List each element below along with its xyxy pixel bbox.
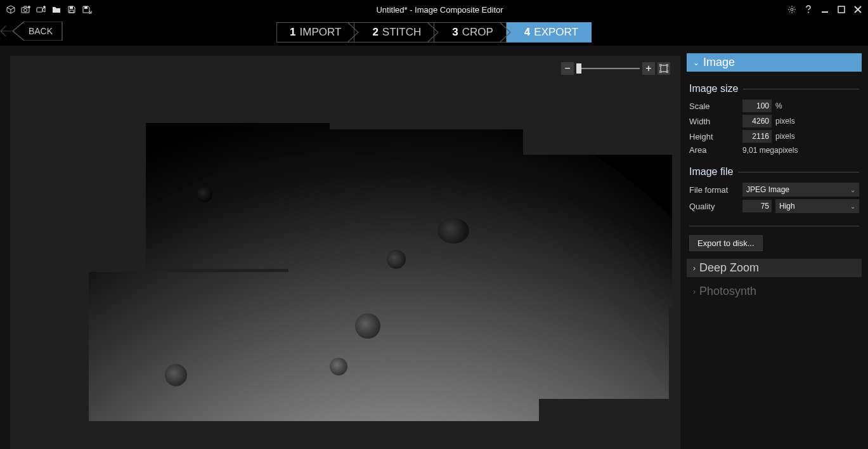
label-height: Height (689, 132, 739, 141)
scale-input[interactable] (742, 100, 772, 112)
quick-access-toolbar (5, 4, 93, 15)
label-quality: Quality (689, 202, 739, 211)
accordion-title: Photosynth (699, 285, 756, 298)
chevron-down-icon: ⌄ (693, 58, 699, 67)
step-label: EXPORT (534, 26, 578, 39)
minimize-icon[interactable] (820, 4, 830, 15)
accordion-image: ⌄ Image Image size Scale % Width pixels … (687, 53, 862, 254)
format-select[interactable]: JPEG Image ⌄ (742, 183, 859, 197)
quality-input[interactable] (742, 200, 772, 212)
chevron-down-icon: ⌄ (850, 203, 855, 210)
row-format: File format JPEG Image ⌄ (689, 183, 859, 197)
step-number: 4 (524, 26, 530, 39)
row-width: Width pixels (689, 115, 859, 127)
save-icon[interactable] (66, 4, 77, 15)
svg-text:BACK: BACK (29, 26, 53, 36)
area-value: 9,01 megapixels (742, 146, 798, 155)
cube-icon[interactable] (5, 4, 16, 15)
folder-icon[interactable] (51, 4, 62, 15)
label-area: Area (689, 145, 739, 155)
accordion-photosynth: › Photosynth (687, 282, 862, 301)
settings-icon[interactable] (787, 4, 797, 15)
main-area: − + (0, 46, 868, 449)
step-import[interactable]: 1 IMPORT (276, 22, 354, 42)
step-number: 3 (452, 26, 458, 39)
accordion-header-deep-zoom[interactable]: › Deep Zoom (687, 259, 862, 277)
maximize-icon[interactable] (836, 4, 846, 15)
step-number: 1 (290, 26, 295, 39)
svg-rect-9 (838, 6, 845, 13)
svg-point-7 (808, 12, 809, 13)
svg-rect-5 (84, 6, 87, 9)
preview-canvas[interactable]: − + (10, 56, 680, 449)
step-crop[interactable]: 3 CROP (434, 22, 507, 42)
accordion-header-image[interactable]: ⌄ Image (687, 53, 862, 72)
width-input[interactable] (742, 115, 772, 127)
accordion-body-image: Image size Scale % Width pixels Height p… (687, 72, 862, 254)
height-input[interactable] (742, 130, 772, 143)
fit-to-screen-button[interactable] (657, 62, 670, 75)
workflow-steps: 1 IMPORT 2 STITCH 3 CROP 4 EXPORT (276, 22, 592, 42)
zoom-slider-thumb[interactable] (576, 63, 581, 74)
row-quality: Quality High ⌄ (689, 199, 859, 213)
save-as-icon[interactable] (81, 4, 93, 15)
svg-rect-12 (661, 65, 667, 72)
unit-pixels: pixels (775, 117, 795, 126)
zoom-in-button[interactable]: + (642, 62, 655, 75)
panorama-preview (57, 123, 634, 421)
back-button[interactable]: BACK (13, 22, 63, 41)
workflow-bar: BACK 1 IMPORT 2 STITCH 3 CROP 4 EXPORT (0, 19, 868, 46)
step-label: STITCH (382, 26, 421, 39)
section-image-size: Image size (689, 83, 859, 94)
quality-preset-value: High (779, 202, 795, 211)
format-value: JPEG Image (746, 185, 789, 194)
chevron-down-icon: ⌄ (850, 186, 855, 193)
step-export[interactable]: 4 EXPORT (507, 22, 592, 42)
export-to-disk-button[interactable]: Export to disk... (689, 235, 763, 251)
video-add-icon[interactable] (36, 4, 47, 15)
export-panel: ⌄ Image Image size Scale % Width pixels … (680, 46, 868, 449)
help-icon[interactable] (803, 4, 813, 15)
accordion-header-photosynth: › Photosynth (687, 282, 862, 301)
svg-rect-3 (70, 6, 73, 9)
section-image-file: Image file (689, 166, 859, 178)
label-scale: Scale (689, 101, 739, 111)
chevron-right-icon: › (693, 264, 696, 273)
step-label: IMPORT (300, 26, 342, 39)
quality-preset-select[interactable]: High ⌄ (775, 199, 859, 213)
svg-rect-8 (822, 11, 828, 13)
step-stitch[interactable]: 2 STITCH (354, 22, 434, 42)
system-buttons (787, 4, 863, 15)
camera-add-icon[interactable] (20, 4, 32, 15)
step-number: 2 (372, 26, 378, 39)
svg-point-6 (791, 8, 793, 11)
accordion-title: Image (703, 56, 735, 69)
svg-rect-4 (70, 10, 74, 13)
zoom-toolbar: − + (561, 62, 670, 75)
divider (689, 226, 859, 226)
zoom-slider[interactable] (576, 67, 640, 70)
window-title: Untitled* - Image Composite Editor (93, 5, 787, 15)
accordion-title: Deep Zoom (699, 261, 759, 275)
unit-percent: % (775, 101, 782, 110)
step-label: CROP (462, 26, 493, 39)
label-format: File format (689, 185, 739, 195)
row-height: Height pixels (689, 130, 859, 143)
chevron-right-icon: › (693, 287, 696, 296)
close-icon[interactable] (853, 4, 863, 15)
title-bar: Untitled* - Image Composite Editor (0, 0, 868, 19)
row-area: Area 9,01 megapixels (689, 145, 859, 155)
svg-rect-2 (37, 8, 42, 12)
label-width: Width (689, 117, 739, 126)
row-scale: Scale % (689, 100, 859, 112)
svg-point-1 (24, 9, 27, 12)
unit-pixels: pixels (775, 132, 795, 141)
accordion-deep-zoom: › Deep Zoom (687, 259, 862, 277)
zoom-out-button[interactable]: − (561, 62, 574, 75)
